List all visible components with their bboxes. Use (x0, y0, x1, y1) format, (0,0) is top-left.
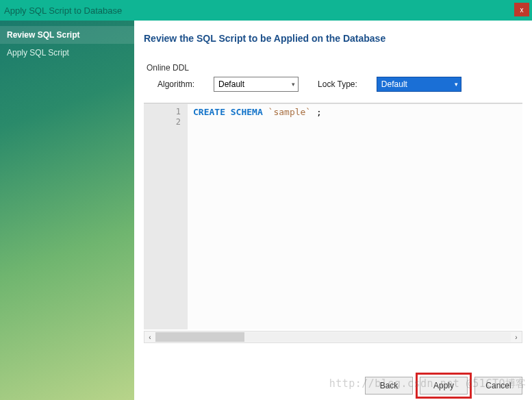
scroll-track[interactable] (155, 332, 511, 342)
sidebar-item-review-sql[interactable]: Review SQL Script (0, 26, 134, 44)
button-label: Apply (433, 381, 454, 390)
dialog-footer: Back Apply Cancel (365, 377, 522, 395)
line-gutter: 1 2 (144, 104, 188, 329)
locktype-value: Default (381, 79, 407, 89)
sql-identifier: `sample` (268, 107, 312, 117)
dialog-body: Review SQL Script Apply SQL Script Revie… (0, 21, 532, 400)
chevron-down-icon: ▾ (292, 81, 295, 88)
online-ddl-section: Online DDL Algorithm: Default ▾ Lock Typ… (144, 63, 522, 92)
close-icon: x (520, 6, 524, 14)
sql-editor[interactable]: 1 2 CREATE SCHEMA `sample` ; (144, 103, 522, 329)
sql-code[interactable]: CREATE SCHEMA `sample` ; (188, 104, 522, 329)
button-label: Cancel (485, 381, 511, 390)
chevron-down-icon: ▾ (455, 81, 458, 88)
apply-button[interactable]: Apply (420, 377, 468, 395)
cancel-button[interactable]: Cancel (474, 377, 522, 395)
main-panel: Review the SQL Script to be Applied on t… (134, 21, 532, 400)
online-ddl-label: Online DDL (147, 63, 522, 73)
locktype-label: Lock Type: (318, 79, 357, 89)
scroll-right-arrow-icon[interactable]: › (511, 334, 522, 341)
horizontal-scrollbar[interactable]: ‹ › (144, 331, 522, 343)
wizard-sidebar: Review SQL Script Apply SQL Script (0, 21, 134, 400)
button-label: Back (380, 381, 398, 390)
algorithm-value: Default (218, 79, 244, 89)
line-number: 1 (144, 107, 181, 117)
titlebar: Apply SQL Script to Database x (0, 0, 532, 21)
window-title: Apply SQL Script to Database (4, 5, 122, 16)
sidebar-item-label: Review SQL Script (7, 30, 79, 40)
sql-terminator: ; (311, 107, 322, 117)
line-number: 2 (144, 117, 181, 127)
close-button[interactable]: x (514, 3, 529, 16)
locktype-combo[interactable]: Default ▾ (377, 77, 461, 92)
algorithm-combo[interactable]: Default ▾ (214, 77, 299, 92)
back-button[interactable]: Back (365, 377, 413, 395)
sql-keyword: CREATE SCHEMA (193, 107, 263, 117)
sidebar-item-apply-sql[interactable]: Apply SQL Script (0, 44, 134, 62)
algorithm-label: Algorithm: (157, 79, 194, 89)
ddl-row: Algorithm: Default ▾ Lock Type: Default … (144, 77, 522, 92)
page-heading: Review the SQL Script to be Applied on t… (144, 33, 522, 44)
sidebar-item-label: Apply SQL Script (7, 48, 69, 58)
scroll-left-arrow-icon[interactable]: ‹ (144, 334, 155, 341)
scroll-thumb[interactable] (155, 332, 244, 342)
